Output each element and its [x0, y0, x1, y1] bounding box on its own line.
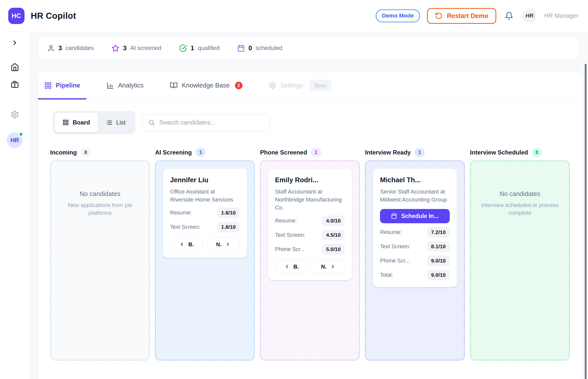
card-actions: B. N. — [275, 260, 345, 273]
chevron-right-icon — [225, 242, 230, 247]
chevron-left-icon — [179, 242, 184, 247]
stat-label: AI screened — [130, 45, 161, 52]
grid-icon — [62, 119, 69, 126]
sidebar-nav — [0, 54, 30, 100]
empty-state: No candidates New applications from job … — [58, 168, 142, 217]
pipeline-panel: Pipeline Analytics Knowledge Base 2 — [38, 72, 582, 379]
column-count-badge: 1 — [196, 148, 206, 157]
user-avatar[interactable]: HR — [522, 8, 537, 23]
app-title: HR Copilot — [31, 11, 76, 21]
column-header-ai-screening: AI Screening 1 — [155, 148, 255, 157]
gear-icon — [10, 110, 19, 119]
tab-bar: Pipeline Analytics Knowledge Base 2 — [38, 72, 582, 100]
column-interview-scheduled: No candidates Interview scheduled or pro… — [470, 160, 570, 360]
candidate-subtitle: Office Assistant at Riverside Home Servi… — [170, 188, 240, 204]
sidebar-avatar[interactable]: HR — [7, 132, 22, 148]
tab-analytics[interactable]: Analytics — [100, 72, 150, 99]
search-input[interactable] — [159, 119, 264, 126]
briefcase-icon — [10, 80, 19, 89]
bar-chart-icon — [106, 82, 114, 89]
move-back-label: B. — [293, 264, 299, 270]
schedule-interview-button[interactable]: Schedule In... — [380, 209, 450, 223]
stat-ai-screened: 3 AI screened — [112, 44, 162, 52]
tab-knowledge-base[interactable]: Knowledge Base 2 — [164, 72, 249, 99]
move-next-button[interactable]: N. — [207, 238, 240, 251]
stat-value: 0 — [248, 44, 252, 52]
pipeline-stats-bar: 3 candidates 3 AI screened 1 qualified — [38, 37, 579, 60]
stat-value: 3 — [123, 44, 126, 52]
move-next-button[interactable]: N. — [312, 260, 345, 273]
column-count-badge: 1 — [414, 148, 425, 157]
card-actions: B. N. — [170, 238, 240, 251]
restart-demo-button[interactable]: Restart Demo — [427, 8, 496, 24]
column-incoming: No candidates New applications from job … — [50, 160, 150, 360]
tab-pipeline[interactable]: Pipeline — [38, 72, 86, 99]
sidebar-item-settings[interactable] — [10, 110, 19, 119]
candidate-card-emily-rodriguez[interactable]: Emily Rodri... Staff Accountant at North… — [268, 168, 352, 280]
score-row: Text Screen: 8.1/10 — [380, 241, 450, 252]
candidate-card-jennifer-liu[interactable]: Jennifer Liu Office Assistant at Riversi… — [163, 168, 247, 258]
knowledge-base-count-badge: 2 — [235, 82, 242, 89]
empty-state: No candidates Interview scheduled or pro… — [478, 168, 562, 217]
board-view-button[interactable]: Board — [55, 113, 98, 132]
score-value: 5.0/10 — [322, 244, 345, 254]
candidate-subtitle: Staff Accountant at Northbridge Manufact… — [275, 188, 345, 212]
empty-subtitle: Interview scheduled or process complete — [480, 201, 560, 217]
home-icon — [10, 63, 19, 72]
stat-qualified: 1 qualified — [179, 44, 220, 52]
header-actions: Demo Mode Restart Demo HR HR Manager — [376, 8, 578, 24]
gear-icon — [269, 82, 276, 89]
candidate-card-michael-thompson[interactable]: Michael Th... Senior Staff Accountant at… — [373, 168, 457, 288]
search-box — [142, 114, 270, 131]
column-headers: Incoming 0 AI Screening 1 Phone Screened… — [50, 148, 570, 157]
column-header-interview-ready: Interview Ready 1 — [365, 148, 465, 157]
kanban-columns: No candidates New applications from job … — [50, 160, 570, 360]
column-count-badge: 0 — [532, 148, 542, 157]
tab-label: Analytics — [118, 82, 144, 89]
score-value: 9.0/10 — [427, 270, 450, 280]
score-value: 1.6/10 — [217, 208, 240, 218]
sidebar-item-jobs[interactable] — [10, 80, 19, 89]
column-header-phone-screened: Phone Screened 1 — [260, 148, 360, 157]
chevron-right-icon — [330, 264, 336, 269]
column-title: Phone Screened — [260, 149, 307, 156]
stat-scheduled: 0 scheduled — [237, 44, 282, 52]
score-label: Phone Scr... — [275, 246, 305, 252]
column-title: Interview Ready — [365, 149, 411, 156]
rotate-ccw-icon — [435, 12, 442, 20]
schedule-interview-label: Schedule In... — [401, 213, 439, 220]
stat-label: scheduled — [256, 45, 282, 52]
board-toolbar: Board List — [53, 111, 582, 134]
column-ai-screening: Jennifer Liu Office Assistant at Riversi… — [155, 160, 255, 360]
main-content: 3 candidates 3 AI screened 1 qualified — [30, 32, 588, 379]
score-label: Text Screen: — [275, 232, 305, 238]
calendar-icon — [391, 213, 397, 219]
move-back-button[interactable]: B. — [170, 238, 203, 251]
sidebar-item-home[interactable] — [10, 63, 19, 72]
score-label: Resume: — [170, 210, 192, 216]
score-value: 7.2/10 — [427, 227, 450, 238]
sidebar-expand-button[interactable] — [0, 32, 30, 54]
column-header-interview-scheduled: Interview Scheduled 0 — [470, 148, 570, 157]
empty-subtitle: New applications from job platforms — [60, 201, 140, 217]
move-back-button[interactable]: B. — [275, 260, 308, 273]
column-title: Interview Scheduled — [470, 149, 528, 156]
demo-mode-badge[interactable]: Demo Mode — [376, 10, 420, 22]
score-row: Resume: 7.2/10 — [380, 227, 450, 238]
score-label: Phone Scr... — [380, 258, 410, 264]
star-icon — [112, 44, 120, 52]
list-view-button[interactable]: List — [98, 113, 133, 132]
stat-candidates: 3 candidates — [47, 44, 94, 52]
score-row: Resume: 1.6/10 — [170, 208, 240, 218]
stat-label: qualified — [198, 45, 220, 52]
list-icon — [106, 119, 112, 126]
column-phone-screened: Emily Rodri... Staff Accountant at North… — [260, 160, 360, 360]
bell-icon[interactable] — [505, 12, 514, 20]
score-row: Text Screen: 4.5/10 — [275, 230, 345, 240]
vertical-scrollbar[interactable] — [585, 64, 587, 379]
user-role-label: HR Manager — [544, 12, 578, 19]
score-row: Resume: 4.0/10 — [275, 216, 345, 226]
restart-demo-label: Restart Demo — [447, 12, 488, 20]
app-header: HC HR Copilot Demo Mode Restart Demo HR … — [0, 0, 588, 32]
score-row: Text Screen: 1.8/10 — [170, 222, 240, 232]
